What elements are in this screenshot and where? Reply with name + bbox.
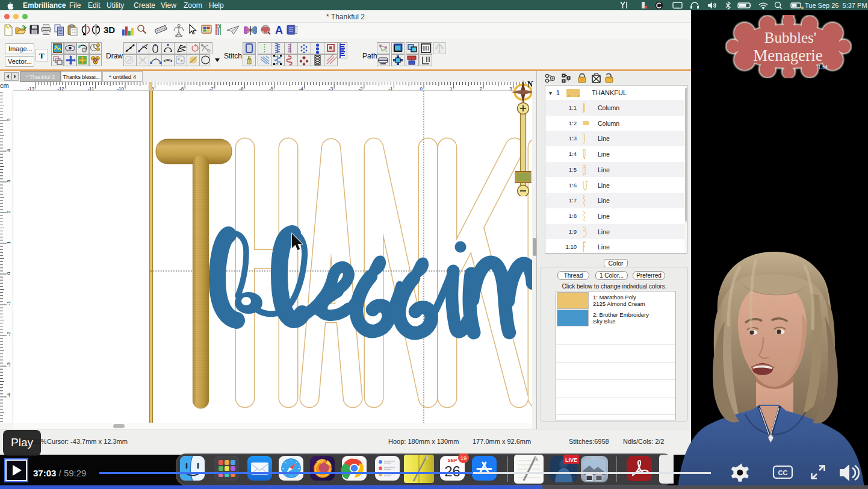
svg-text:SEP: SEP: [447, 458, 457, 463]
svg-text:-11: -11: [87, 86, 95, 92]
svg-text:-1: -1: [6, 301, 11, 305]
svg-text:26: 26: [444, 463, 460, 479]
svg-text:4: 4: [6, 149, 11, 152]
svg-text:-4: -4: [6, 393, 11, 397]
svg-text:0: 0: [420, 86, 423, 92]
svg-text:3D: 3D: [104, 25, 115, 35]
svg-text:Bubbles': Bubbles': [764, 30, 816, 46]
svg-text:-4: -4: [299, 86, 303, 92]
svg-text:-3: -3: [329, 86, 333, 92]
svg-text:LIVE: LIVE: [565, 457, 577, 463]
svg-text:-7: -7: [209, 86, 214, 92]
svg-text:-8: -8: [179, 86, 184, 92]
svg-text:Menagerie: Menagerie: [753, 46, 822, 64]
svg-text:-3: -3: [6, 362, 11, 367]
svg-text:2: 2: [6, 210, 11, 213]
svg-text:-12: -12: [57, 86, 64, 92]
svg-text:3: 3: [6, 179, 11, 182]
svg-text:0: 0: [6, 272, 11, 275]
svg-text:-5: -5: [269, 86, 274, 92]
svg-text:-2: -2: [6, 331, 11, 336]
svg-text:1: 1: [450, 86, 453, 92]
svg-text:A: A: [275, 24, 283, 36]
svg-text:-1: -1: [388, 86, 393, 92]
svg-text:5: 5: [6, 118, 11, 121]
svg-text:-6: -6: [239, 86, 244, 92]
svg-text:Ltd: Ltd: [818, 63, 828, 70]
svg-text:-13: -13: [28, 86, 35, 92]
svg-text:-10: -10: [117, 86, 124, 92]
svg-text:CC: CC: [778, 469, 788, 476]
svg-text:1: 1: [6, 241, 11, 244]
svg-text:2: 2: [480, 86, 483, 92]
svg-text:-2: -2: [359, 86, 364, 92]
svg-text:19: 19: [460, 455, 467, 461]
